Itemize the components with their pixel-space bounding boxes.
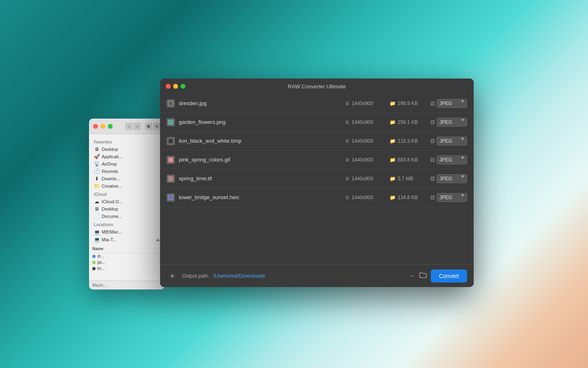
desktop-icon: 🖥 (94, 146, 100, 152)
sidebar-icloud-desktop-label: Desktop (102, 206, 118, 211)
sidebar-item-airdrop[interactable]: 📡 AirDrop (89, 160, 165, 168)
converter-minimize-button[interactable] (173, 84, 178, 89)
locations-section-header: Locations (89, 220, 165, 228)
sidebar-item-icloud-docs[interactable]: 📄 Docume... (89, 213, 165, 220)
format-select[interactable]: JPEGPNGBMPTIFFWebP (437, 99, 467, 108)
sidebar-item-creative[interactable]: 📁 Creative... (89, 182, 165, 190)
svg-rect-5 (169, 139, 172, 143)
format-select-container: JPEGPNGBMPTIFFWebP ▼ (437, 155, 467, 164)
format-select[interactable]: JPEGPNGBMPTIFFWebP (437, 193, 467, 202)
image-icon: 🖼 (430, 139, 435, 144)
converter-maximize-button[interactable] (180, 84, 185, 89)
finder-file-row[interactable]: lio... (89, 265, 165, 272)
svg-rect-3 (169, 121, 172, 124)
folder-icon: 📁 (390, 101, 396, 106)
converter-titlebar: RAW Converter Ultimate (160, 79, 474, 94)
finder-status-text: Macin... (92, 283, 107, 287)
finder-back-button[interactable]: ‹ (125, 123, 133, 130)
finder-close-button[interactable] (93, 124, 98, 129)
icloud-desktop-icon: 🖥 (94, 206, 100, 212)
format-select[interactable]: JPEGPNGBMPTIFFWebP (437, 118, 467, 127)
sidebar-item-icloud-drive[interactable]: ☁ iCloud D... (89, 198, 165, 205)
converter-close-button[interactable] (166, 84, 171, 89)
sidebar-item-applications[interactable]: 🚀 Applicati... (89, 153, 165, 160)
file-thumbnail (167, 156, 175, 164)
eject-icon[interactable]: ⏏ (156, 238, 160, 242)
file-row[interactable]: dresden.jpg 🖥 588x368 📁 298.9 KB 🖼 JPEG… (160, 94, 474, 113)
svg-rect-1 (169, 102, 172, 105)
folder-icon: 📁 (390, 119, 396, 125)
finder-file-row[interactable]: ga... (89, 259, 165, 265)
file-size: 📁 683.8 KB (390, 157, 430, 163)
sidebar-desktop-label: Desktop (102, 147, 118, 152)
converter-bottom-bar: + Output path: → Convert (160, 264, 474, 287)
folder-icon: 📁 (390, 138, 396, 144)
finder-file-row[interactable]: pi... (89, 272, 165, 272)
go-button[interactable]: → (409, 272, 415, 280)
file-row[interactable]: lion_black_and_white.bmp 🖥 588x368 📁 11… (160, 132, 474, 150)
add-file-button[interactable]: + (167, 270, 178, 282)
format-select-container: JPEGPNGBMPTIFFWebP ▼ (437, 193, 467, 202)
sidebar-item-desktop[interactable]: 🖥 Desktop (89, 146, 165, 153)
applications-icon: 🚀 (94, 154, 100, 159)
file-row[interactable]: tower_bridge_sunset.heic 🖥 588x368 📁 13… (160, 188, 474, 207)
converter-window: RAW Converter Ultimate dresden.jpg 🖥 144… (160, 79, 474, 287)
output-path-label: Output path: (182, 273, 209, 279)
output-path-input[interactable] (213, 273, 405, 279)
finder-bottom-bar: Macin... (89, 280, 165, 289)
file-thumbnail (167, 137, 175, 145)
file-dimensions: 🖥 588x368 (345, 101, 390, 106)
monitor-icon: 🖥 (345, 138, 350, 144)
file-row[interactable]: garden_flowers.png 🖥 588x368 📁 256.1 KB… (160, 113, 474, 132)
finder-list-view-button[interactable]: ≡ (153, 123, 160, 130)
sidebar-mia-t-label: Mia-T... (102, 237, 116, 242)
file-dimensions: 🖥 588x368 (345, 138, 390, 144)
finder-icon-view-button[interactable]: ⊞ (145, 123, 152, 130)
file-row[interactable]: pink_spring_colors.gif 🖥 588x368 📁 683.… (160, 150, 474, 169)
sidebar-item-mia-t[interactable]: 💻 Mia-T... ⏏ (89, 236, 165, 243)
image-icon: 🖼 (430, 176, 435, 181)
sidebar-creative-label: Creative... (102, 184, 122, 188)
sidebar-icloud-drive-label: iCloud D... (102, 199, 122, 204)
finder-maximize-button[interactable] (108, 124, 113, 129)
format-dropdown-wrapper: 🖼 JPEGPNGBMPTIFFWebP ▼ (430, 193, 467, 202)
sidebar-recents-label: Recents (102, 169, 118, 174)
format-select[interactable]: JPEGPNGBMPTIFFWebP (437, 137, 467, 146)
finder-files-list: dr... ga... lio... pi... sp... to... (89, 253, 165, 272)
sidebar-item-my-mac[interactable]: 💻 M的Mac... (89, 228, 165, 236)
finder-minimize-button[interactable] (100, 124, 105, 129)
image-icon: 🖼 (430, 157, 435, 162)
convert-button[interactable]: Convert (431, 269, 467, 283)
file-color-indicator (92, 261, 96, 264)
icloud-drive-icon: ☁ (94, 199, 100, 204)
sidebar-item-icloud-desktop[interactable]: 🖥 Desktop (89, 205, 165, 213)
sidebar-item-downloads[interactable]: ⬇ Downlo... (89, 175, 165, 182)
folder-icon: 📁 (390, 157, 396, 163)
finder-file-row[interactable]: dr... (89, 253, 165, 259)
finder-forward-button[interactable]: › (134, 123, 141, 130)
finder-window: ‹ › ⊞ ≡ Favorites 🖥 Desktop 🚀 Applicati.… (89, 119, 165, 289)
browse-folder-button[interactable] (419, 272, 427, 280)
file-thumbnail (167, 118, 175, 126)
sidebar-applications-label: Applicati... (102, 154, 122, 159)
sidebar-airdrop-label: AirDrop (102, 162, 117, 166)
sidebar-item-recents[interactable]: 🕐 Recents (89, 168, 165, 175)
converter-window-title: RAW Converter Ultimate (288, 83, 346, 90)
name-column-header: Name (89, 245, 165, 253)
recents-icon: 🕐 (94, 168, 100, 174)
file-name: dresden.jpg (179, 100, 345, 106)
monitor-icon: 🖥 (345, 176, 350, 182)
monitor-icon: 🖥 (345, 101, 350, 106)
format-select-container: JPEGPNGBMPTIFFWebP ▼ (437, 137, 467, 146)
file-row[interactable]: spring_time.tif 🖥 588x368 📁 3.7 MB 🖼 JP… (160, 169, 474, 188)
file-size: 📁 298.9 KB (390, 101, 430, 106)
file-name: tower_bridge_sunset.heic (179, 194, 345, 200)
format-select[interactable]: JPEGPNGBMPTIFFWebP (437, 155, 467, 164)
monitor-icon: 🖥 (345, 195, 350, 200)
file-dimensions: 🖥 588x368 (345, 157, 390, 163)
format-select[interactable]: JPEGPNGBMPTIFFWebP (437, 174, 467, 183)
monitor-icon: 🖥 (345, 119, 350, 125)
file-name: pink_spring_colors.gif (179, 157, 345, 163)
converter-file-list: dresden.jpg 🖥 588x368 📁 298.9 KB 🖼 JPEG… (160, 94, 474, 264)
file-color-indicator (92, 255, 96, 258)
